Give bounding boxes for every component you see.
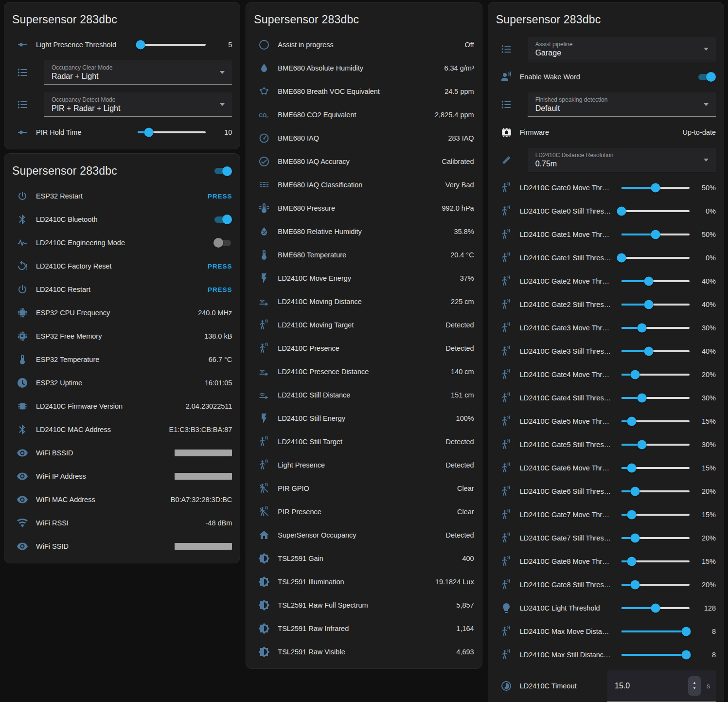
slider-thumb[interactable] xyxy=(637,440,646,450)
slider-thumb[interactable] xyxy=(630,370,639,379)
slider-thumb[interactable] xyxy=(627,464,636,473)
slider-ld2410c-gate5-still-thres[interactable] xyxy=(621,439,690,450)
eye-icon xyxy=(17,447,28,459)
motion-sensor-icon xyxy=(500,252,512,264)
slider-ld2410c-gate3-move-thr[interactable] xyxy=(621,323,690,333)
slider-ld2410c-gate3-still-thres[interactable] xyxy=(621,346,690,357)
row-bme680-iaq-classification: BME680 IAQ ClassificationVery Bad xyxy=(246,173,481,197)
row-ld2410c-gate5-move-thr: LD2410C Gate5 Move Thr…15% xyxy=(488,410,724,433)
slider-light-presence-threshold[interactable] xyxy=(138,39,206,50)
slider-thumb[interactable] xyxy=(637,324,646,333)
slider-ld2410c-gate6-move-thr[interactable] xyxy=(621,463,690,473)
slider-ld2410c-light-threshold[interactable] xyxy=(621,603,690,613)
slider-thumb[interactable] xyxy=(627,417,636,426)
select-label: Finished speaking detection xyxy=(535,96,698,103)
row-label-ld2410c-engineering-mode: LD2410C Engineering Mode xyxy=(36,239,213,247)
chevron-down-icon[interactable]: ▼ xyxy=(692,686,696,690)
toggle-switch[interactable] xyxy=(213,238,232,248)
slider-pir-hold-time[interactable] xyxy=(138,127,206,138)
eye-icon xyxy=(17,494,28,505)
water-percent-icon xyxy=(258,226,270,237)
slider-thumb[interactable] xyxy=(136,40,145,50)
row-label-ld2410c-presence: LD2410C Presence xyxy=(278,344,441,352)
number-value[interactable]: 15.0 xyxy=(615,682,688,690)
row-value: 400 xyxy=(457,555,474,562)
row-value: E1:C3:B3:CB:BA:87 xyxy=(164,426,232,433)
slider-thumb[interactable] xyxy=(644,347,653,356)
row-occupancy-clear-mode: Occupancy Clear ModeRadar + Light xyxy=(4,56,240,89)
slider-ld2410c-gate8-move-thr[interactable] xyxy=(621,556,690,567)
select-field-finished-speaking-detection[interactable]: Finished speaking detectionDefault xyxy=(528,92,716,117)
slider-thumb[interactable] xyxy=(651,230,660,239)
slider-ld2410c-gate0-move-thr[interactable] xyxy=(621,182,690,193)
number-input-ld2410c-timeout[interactable]: 15.0▲▼s xyxy=(607,670,716,702)
slider-thumb[interactable] xyxy=(627,557,636,566)
eye-icon xyxy=(17,540,28,552)
slider-ld2410c-gate2-still-thres[interactable] xyxy=(621,299,690,310)
select-field-occupancy-detect-mode[interactable]: Occupancy Detect ModePIR + Radar + Light xyxy=(44,92,232,117)
slider-thumb[interactable] xyxy=(644,300,653,309)
slider-ld2410c-gate2-move-thr[interactable] xyxy=(621,276,690,287)
select-field-occupancy-clear-mode[interactable]: Occupancy Clear ModeRadar + Light xyxy=(44,60,232,85)
row-esp32-cpu-frequency: ESP32 CPU Frequency240.0 MHz xyxy=(4,301,240,324)
row-label-ld2410c-firmware-version: LD2410C Firmware Version xyxy=(36,402,181,410)
slider-ld2410c-gate0-still-thres[interactable] xyxy=(621,206,690,216)
row-label-tsl2591-illumination: TSL2591 Illumination xyxy=(278,578,430,586)
toggle-switch[interactable] xyxy=(213,166,232,176)
slider-ld2410c-gate8-still-thres[interactable] xyxy=(621,579,690,590)
motion-sensor-icon xyxy=(258,436,270,448)
slider-ld2410c-gate6-still-thres[interactable] xyxy=(621,486,690,497)
row-ld2410c-max-still-distanc: LD2410C Max Still Distanc…8 xyxy=(488,643,724,666)
slider-thumb[interactable] xyxy=(617,253,626,263)
slider-thumb[interactable] xyxy=(630,487,639,496)
slider-thumb[interactable] xyxy=(630,580,639,590)
row-label-ld2410c-gate5-move-thr: LD2410C Gate5 Move Thr… xyxy=(520,417,618,425)
slider-ld2410c-max-still-distanc[interactable] xyxy=(621,649,690,660)
slider-thumb[interactable] xyxy=(651,604,660,613)
row-tsl2591-raw-visible: TSL2591 Raw Visible4,693 xyxy=(246,640,481,664)
slider-ld2410c-gate5-move-thr[interactable] xyxy=(621,416,690,427)
slider-value: 15% xyxy=(690,417,716,425)
motion-sensor-icon xyxy=(500,205,512,217)
slider-ld2410c-max-move-dista[interactable] xyxy=(621,626,690,637)
slider-ld2410c-gate4-still-thres[interactable] xyxy=(621,393,690,403)
chevron-up-icon[interactable]: ▲ xyxy=(692,681,696,685)
toggle-thumb xyxy=(213,238,223,248)
row-label-ld2410c-gate8-move-thr: LD2410C Gate8 Move Thr… xyxy=(520,558,618,565)
toggle-switch[interactable] xyxy=(213,215,232,224)
row-ld2410c-max-move-dista: LD2410C Max Move Dista…8 xyxy=(488,620,724,643)
slider-ld2410c-gate1-move-thr[interactable] xyxy=(621,229,690,240)
row-label-esp32-uptime: ESP32 Uptime xyxy=(36,379,200,387)
press-button[interactable]: PRESS xyxy=(208,286,232,293)
slider-ld2410c-gate7-still-thres[interactable] xyxy=(621,533,690,543)
row-label-ld2410c-gate0-still-thres: LD2410C Gate0 Still Thres… xyxy=(520,207,618,215)
power-icon xyxy=(17,284,28,295)
list-bulleted-icon xyxy=(500,99,512,110)
select-field-assist-pipeline[interactable]: Assist pipelineGarage xyxy=(528,37,716,61)
row-wifi-rssi: WiFi RSSI-48 dBm xyxy=(4,511,240,535)
select-value: Default xyxy=(535,104,698,113)
row-ld2410c-factory-reset: LD2410C Factory ResetPRESS xyxy=(4,254,240,278)
bluetooth-icon xyxy=(17,214,28,225)
toggle-switch[interactable] xyxy=(697,72,716,82)
slider-thumb[interactable] xyxy=(627,510,636,520)
slider-thumb[interactable] xyxy=(637,394,646,403)
slider-thumb[interactable] xyxy=(644,277,653,286)
number-stepper[interactable]: ▲▼ xyxy=(688,676,701,696)
press-button[interactable]: PRESS xyxy=(208,263,232,270)
press-button[interactable]: PRESS xyxy=(208,193,232,200)
slider-ld2410c-gate1-still-thres[interactable] xyxy=(621,252,690,263)
slider-thumb[interactable] xyxy=(681,627,691,636)
slider-thumb[interactable] xyxy=(681,650,691,660)
select-field-ld2410c-distance-resolution[interactable]: LD2410C Distance Resolution0.75m xyxy=(528,148,716,172)
slider-thumb[interactable] xyxy=(630,534,639,543)
check-circle-icon xyxy=(258,156,270,167)
slider-value: 30% xyxy=(690,394,716,402)
slider-thumb[interactable] xyxy=(651,183,660,193)
row-pir-gpio: PIR GPIOClear xyxy=(246,477,481,500)
slider-thumb[interactable] xyxy=(144,128,153,137)
slider-ld2410c-gate7-move-thr[interactable] xyxy=(621,509,690,520)
slider-thumb[interactable] xyxy=(617,207,626,216)
row-label-ld2410c-move-energy: LD2410C Move Energy xyxy=(278,274,455,282)
slider-ld2410c-gate4-move-thr[interactable] xyxy=(621,369,690,380)
